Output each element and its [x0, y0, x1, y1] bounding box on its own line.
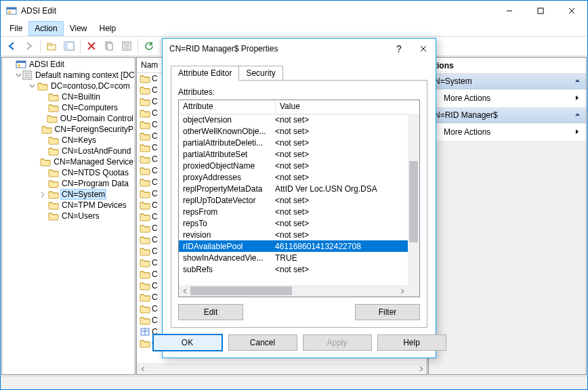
menu-help[interactable]: Help — [93, 21, 123, 36]
properties-button[interactable] — [119, 38, 135, 54]
tab-attribute-editor[interactable]: Attribute Editor — [171, 66, 239, 81]
scroll-left-icon[interactable] — [179, 285, 190, 297]
folder-icon — [140, 177, 150, 188]
edit-button[interactable]: Edit — [178, 304, 243, 320]
show-tree-button[interactable] — [61, 38, 77, 54]
tree-item[interactable]: CN=Program Data — [2, 178, 135, 189]
minimize-button[interactable] — [494, 1, 525, 21]
actions-item[interactable]: More Actions — [429, 89, 586, 108]
tree-item-label: CN=LostAndFound — [60, 146, 132, 156]
delete-button[interactable] — [83, 38, 100, 54]
tree-item[interactable]: CN=System — [2, 189, 135, 200]
attribute-value: <not set> — [272, 207, 408, 217]
tree-item[interactable]: CN=ForeignSecurityP — [2, 124, 135, 135]
attribute-row[interactable]: proxiedObjectName<not set> — [179, 160, 408, 171]
tree-item-label: CN=Computers — [60, 103, 119, 112]
list-item-label: C — [152, 316, 158, 325]
close-button[interactable] — [556, 1, 587, 21]
attribute-name: repsTo — [179, 219, 272, 228]
copy-button[interactable] — [101, 38, 117, 54]
attribute-row[interactable]: partialAttributeDeleti...<not set> — [179, 137, 408, 148]
attribute-row[interactable]: replPropertyMetaDataAttID Ver Loc.USN Or… — [179, 183, 408, 194]
column-attribute[interactable]: Attribute — [179, 100, 276, 114]
column-value[interactable]: Value — [276, 100, 419, 114]
attribute-name: revision — [179, 230, 272, 240]
folder-icon — [48, 200, 59, 211]
forward-button[interactable] — [21, 38, 37, 54]
tree-item[interactable]: CN=Computers — [2, 102, 135, 113]
svg-rect-32 — [16, 61, 26, 63]
menu-file[interactable]: File — [3, 21, 28, 36]
actions-pane: tions N=SystemMore ActionsN=RID Manager$… — [428, 57, 587, 375]
tree-item[interactable]: CN=Builtin — [2, 91, 135, 102]
attribute-row[interactable]: revision<not set> — [179, 229, 408, 240]
attribute-row[interactable]: showInAdvancedVie...TRUE — [179, 252, 408, 263]
list-item-label: C — [152, 97, 158, 106]
tab-security[interactable]: Security — [238, 66, 282, 81]
container-icon — [140, 326, 150, 337]
attributes-header[interactable]: Attribute Value — [179, 100, 419, 114]
scroll-left-icon[interactable] — [137, 363, 148, 374]
attribute-editor-panel: Attributes: Attribute Value objectVersio… — [171, 80, 427, 328]
scroll-thumb[interactable] — [409, 161, 418, 242]
actions-section-label: N=RID Manager$ — [434, 110, 498, 120]
list-item-label: C — [152, 108, 158, 118]
tree-item[interactable]: ADSI Edit — [2, 59, 135, 70]
tree-item[interactable]: Default naming context [DC — [2, 70, 135, 81]
scroll-right-icon[interactable] — [396, 285, 408, 297]
attribute-row[interactable]: repsTo<not set> — [179, 217, 408, 229]
maximize-button[interactable] — [525, 1, 556, 21]
filter-button[interactable]: Filter — [355, 304, 420, 320]
scroll-right-icon[interactable] — [415, 363, 427, 374]
tree-item[interactable]: CN=LostAndFound — [2, 146, 135, 156]
attribute-row[interactable]: partialAttributeSet<not set> — [179, 148, 408, 160]
ok-button[interactable]: OK — [152, 334, 223, 351]
svg-point-33 — [18, 64, 20, 67]
actions-section-header[interactable]: N=System — [429, 74, 586, 89]
attribute-value: <not set> — [272, 230, 408, 240]
tree-item[interactable]: DC=contoso,DC=com — [2, 81, 135, 91]
list-horizontal-scrollbar[interactable] — [137, 363, 427, 374]
attr-horizontal-scrollbar[interactable] — [179, 285, 408, 297]
chevron-down-icon[interactable] — [26, 83, 37, 89]
folder-icon — [41, 124, 52, 135]
tree-item-label: CN=System — [60, 189, 106, 200]
tree-item-label: CN=ForeignSecurityP — [54, 125, 135, 134]
attribute-row[interactable]: objectVersion<not set> — [179, 114, 408, 125]
list-item-label: C — [152, 131, 158, 141]
collapse-up-icon[interactable] — [574, 110, 581, 120]
refresh-button[interactable] — [141, 38, 157, 54]
tree-item[interactable]: CN=TPM Devices — [2, 200, 135, 211]
attr-vertical-scrollbar[interactable] — [408, 114, 419, 285]
menu-action[interactable]: Action — [28, 21, 63, 36]
attribute-row[interactable]: subRefs<not set> — [179, 263, 408, 275]
attribute-row[interactable]: otherWellKnownObje...<not set> — [179, 125, 408, 137]
actions-item[interactable]: More Actions — [429, 123, 586, 142]
dialog-help-button[interactable]: ? — [387, 39, 411, 59]
tree-item[interactable]: CN=Keys — [2, 135, 135, 146]
apply-button[interactable]: Apply — [303, 334, 372, 351]
folder-icon — [140, 73, 150, 84]
chevron-right-icon[interactable] — [37, 192, 48, 198]
back-button[interactable] — [3, 38, 20, 54]
menu-view[interactable]: View — [64, 21, 93, 36]
dialog-close-button[interactable] — [411, 39, 436, 59]
attribute-row[interactable]: rIDAvailablePool4611686014132422708 — [179, 240, 408, 252]
folder-icon — [140, 246, 150, 257]
actions-section-header[interactable]: N=RID Manager$ — [429, 108, 586, 123]
tree-item[interactable]: OU=Domain Control — [2, 113, 135, 124]
attribute-row[interactable]: replUpToDateVector<not set> — [179, 194, 408, 206]
attribute-row[interactable]: repsFrom<not set> — [179, 206, 408, 217]
attributes-list[interactable]: Attribute Value objectVersion<not set>ot… — [178, 100, 420, 297]
tree-item[interactable]: CN=NTDS Quotas — [2, 167, 135, 178]
chevron-down-icon[interactable] — [16, 72, 22, 79]
adsi-icon — [16, 59, 26, 70]
dialog-help-footer-button[interactable]: Help — [377, 334, 446, 351]
tree-item[interactable]: CN=Users — [2, 211, 135, 221]
cancel-button[interactable]: Cancel — [228, 334, 297, 351]
scroll-thumb[interactable] — [190, 286, 292, 295]
attribute-row[interactable]: proxyAddresses<not set> — [179, 171, 408, 183]
up-button[interactable] — [43, 38, 60, 54]
collapse-up-icon[interactable] — [574, 77, 581, 86]
tree-item[interactable]: CN=Managed Service — [2, 156, 135, 167]
